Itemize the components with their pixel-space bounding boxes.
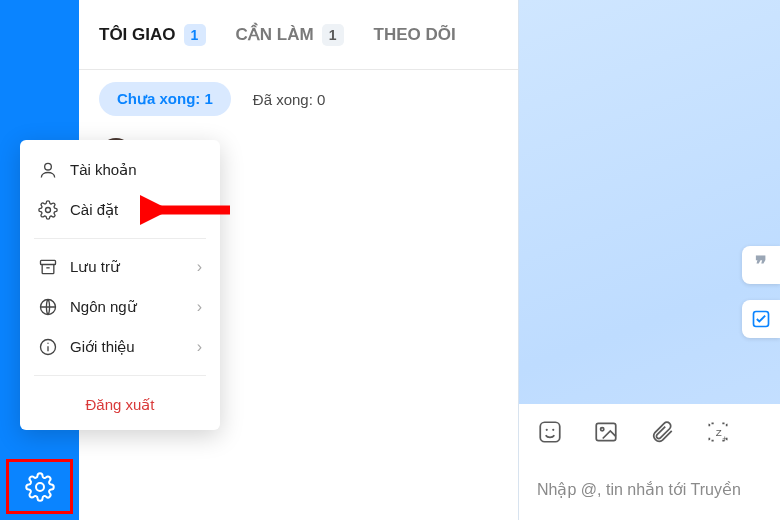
annotation-arrow-icon [140,195,235,225]
attachment-button[interactable] [649,419,675,445]
menu-item-label: Lưu trữ [70,258,120,276]
menu-item-label: Cài đặt [70,201,118,219]
checkbox-icon [751,309,771,329]
image-button[interactable] [593,419,619,445]
tab-label: CẦN LÀM [236,24,314,45]
tab-toi-giao[interactable]: TÔI GIAO 1 [99,24,206,46]
check-button[interactable] [742,300,780,338]
svg-text:Z: Z [716,427,722,438]
quote-button[interactable]: ❞ [742,246,780,284]
menu-item-language[interactable]: Ngôn ngữ › [20,287,220,327]
globe-icon [38,297,58,317]
chat-toolbar: Z+ [519,404,780,460]
person-icon [38,160,58,180]
svg-rect-14 [596,423,616,440]
svg-text:+: + [722,434,727,444]
sticker-button[interactable] [537,419,563,445]
filter-pending-pill[interactable]: Chưa xong: 1 [99,82,231,116]
filter-done[interactable]: Đã xong: 0 [253,91,326,108]
settings-gear-button[interactable] [6,459,73,514]
tab-label: THEO DÕI [374,25,456,45]
chat-input-area [519,460,780,520]
paperclip-icon [649,419,675,445]
gear-icon [38,200,58,220]
info-icon [38,337,58,357]
menu-item-about[interactable]: Giới thiệu › [20,327,220,367]
chevron-right-icon: › [197,258,202,276]
menu-item-label: Tài khoản [70,161,137,179]
svg-point-13 [552,429,554,431]
menu-item-archive[interactable]: Lưu trữ › [20,247,220,287]
screenshot-button[interactable]: Z+ [705,419,731,445]
settings-popup-menu: Tài khoản Cài đặt Lưu trữ › Ngôn ngữ › G… [20,140,220,430]
tab-label: TÔI GIAO [99,25,176,45]
svg-point-1 [45,163,52,170]
svg-point-2 [46,208,51,213]
chevron-right-icon: › [197,338,202,356]
archive-icon [38,257,58,277]
svg-point-12 [546,429,548,431]
gear-icon [25,472,55,502]
menu-item-label: Giới thiệu [70,338,135,356]
quote-icon: ❞ [755,252,767,278]
tab-can-lam[interactable]: CẦN LÀM 1 [236,24,344,46]
image-icon [593,419,619,445]
menu-item-account[interactable]: Tài khoản [20,150,220,190]
message-input[interactable] [537,481,762,499]
menu-item-logout[interactable]: Đăng xuất [20,384,220,420]
tab-theo-doi[interactable]: THEO DÕI [374,25,456,45]
menu-divider [34,375,206,376]
tab-count-badge: 1 [184,24,206,46]
capture-icon: Z+ [705,419,731,445]
tab-count-badge: 1 [322,24,344,46]
chat-floating-actions: ❞ [742,246,780,338]
svg-rect-11 [540,422,560,442]
svg-point-0 [36,483,44,491]
sticker-icon [537,419,563,445]
menu-item-label: Ngôn ngữ [70,298,137,316]
chat-panel: ❞ Z+ [518,0,780,520]
svg-rect-3 [41,260,56,264]
chevron-right-icon: › [197,298,202,316]
menu-divider [34,238,206,239]
svg-point-15 [601,428,604,431]
svg-point-8 [47,343,48,344]
